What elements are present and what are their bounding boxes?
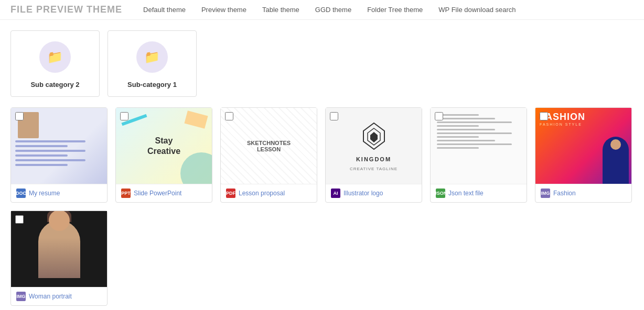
file-thumb-illustrator-logo: KINGDOM CREATIVE TAGLINE <box>326 108 422 184</box>
category-card-sub2[interactable]: 📁 Sub category 2 <box>10 30 100 97</box>
page-title: FILE PREVIEW THEME <box>10 4 122 15</box>
json-line-3 <box>437 121 512 123</box>
thumb-sketch: SKETCHNOTESLESSON <box>221 108 317 184</box>
resume-line-4 <box>15 154 68 157</box>
json-line-5 <box>437 129 495 130</box>
file-type-icon-ai: AI <box>331 189 340 198</box>
file-link-json-text[interactable]: Json text file <box>448 190 484 197</box>
ppt-title-text: StayCreative <box>147 136 180 156</box>
file-thumb-woman-portrait <box>11 211 107 287</box>
thumb-ppt: StayCreative <box>116 108 212 184</box>
file-checkbox-fashion[interactable] <box>540 112 548 120</box>
file-link-woman-portrait[interactable]: Woman portrait <box>29 293 72 300</box>
resume-line-2 <box>15 145 68 147</box>
resume-line-5 <box>15 159 85 161</box>
sketch-title: SKETCHNOTESLESSON <box>247 140 291 152</box>
file-label-fashion: IMG Fashion <box>535 184 631 202</box>
woman-body <box>38 220 80 278</box>
file-link-fashion[interactable]: Fashion <box>553 190 576 197</box>
json-line-10 <box>437 147 479 149</box>
file-checkbox-my-resume[interactable] <box>15 112 24 120</box>
folder-icon-wrap-2: 📁 <box>136 41 168 73</box>
nav-preview-theme[interactable]: Preview theme <box>201 6 246 14</box>
file-type-icon-pptx: PPT <box>121 189 131 198</box>
svg-marker-2 <box>370 132 378 142</box>
category-name-sub1: Sub-category 1 <box>127 81 177 88</box>
file-thumb-slide-ppt: StayCreative <box>116 108 212 184</box>
top-navigation: FILE PREVIEW THEME Default theme Preview… <box>0 0 644 20</box>
thumb-woman <box>11 211 107 287</box>
file-card-slide-ppt[interactable]: StayCreative PPT Slide PowerPoint <box>115 107 212 203</box>
logo-svg <box>358 120 390 152</box>
file-checkbox-illustrator-logo[interactable] <box>330 112 338 120</box>
thumb-fashion: FASHION FASHION STYLE <box>535 108 631 184</box>
file-thumb-json-text <box>431 108 527 184</box>
file-card-illustrator-logo[interactable]: KINGDOM CREATIVE TAGLINE AI Illustrator … <box>325 107 422 203</box>
file-type-icon-docx: DOC <box>16 189 26 198</box>
main-content: 📁 Sub category 2 📁 Sub-category 1 <box>0 20 644 310</box>
file-checkbox-slide-ppt[interactable] <box>120 112 128 120</box>
file-thumb-my-resume <box>11 108 107 184</box>
file-type-icon-json: JSON <box>436 189 445 198</box>
file-card-json-text[interactable]: JSON Json text file <box>430 107 527 203</box>
file-type-icon-img: IMG <box>541 189 550 198</box>
file-link-lesson-proposal[interactable]: Lesson proposal <box>239 190 285 197</box>
category-name-sub2: Sub category 2 <box>30 81 79 88</box>
file-label-my-resume: DOC My resume <box>11 184 107 202</box>
file-link-my-resume[interactable]: My resume <box>29 190 60 197</box>
folder-icon-2: 📁 <box>144 50 160 64</box>
json-line-8 <box>437 140 495 141</box>
category-card-sub1[interactable]: 📁 Sub-category 1 <box>108 30 197 97</box>
file-label-illustrator-logo: AI Illustrator logo <box>326 184 422 202</box>
file-type-icon-pdf: PDF <box>226 189 235 198</box>
thumb-resume <box>11 108 107 184</box>
folder-icon-wrap: 📁 <box>39 41 71 73</box>
json-line-4 <box>437 125 479 127</box>
ppt-rect <box>184 110 208 129</box>
category-row: 📁 Sub category 2 📁 Sub-category 1 <box>10 30 634 97</box>
resume-line-6 <box>15 164 68 166</box>
file-grid: DOC My resume StayCreative PPT Slide Pow… <box>10 107 634 306</box>
nav-table-theme[interactable]: Table theme <box>262 6 299 14</box>
nav-wp-file-download[interactable]: WP File download search <box>438 6 516 14</box>
fashion-figure <box>603 137 629 184</box>
file-card-fashion[interactable]: FASHION FASHION STYLE IMG Fashion <box>535 107 632 203</box>
json-line-2 <box>437 118 495 119</box>
file-card-lesson-proposal[interactable]: SKETCHNOTESLESSON PDF Lesson proposal <box>220 107 317 203</box>
file-checkbox-woman-portrait[interactable] <box>15 215 24 224</box>
file-checkbox-lesson-proposal[interactable] <box>225 112 233 120</box>
nav-default-theme[interactable]: Default theme <box>143 6 186 14</box>
file-link-illustrator-logo[interactable]: Illustrator logo <box>344 190 383 197</box>
json-line-9 <box>437 143 512 145</box>
fashion-subtitle: FASHION STYLE <box>540 123 582 126</box>
file-thumb-fashion: FASHION FASHION STYLE <box>535 108 631 184</box>
thumb-json <box>431 108 527 184</box>
fashion-head <box>610 139 621 150</box>
resume-line-3 <box>15 150 85 152</box>
logo-text-kingdom: KINGDOM <box>356 156 391 162</box>
logo-tagline: CREATIVE TAGLINE <box>350 167 398 171</box>
file-card-woman-portrait[interactable]: IMG Woman portrait <box>10 211 108 306</box>
file-label-json-text: JSON Json text file <box>431 184 527 202</box>
ppt-circle <box>180 152 212 184</box>
file-card-my-resume[interactable]: DOC My resume <box>10 107 108 203</box>
file-type-icon-img-woman: IMG <box>16 292 26 301</box>
nav-ggd-theme[interactable]: GGD theme <box>315 6 351 14</box>
file-link-slide-ppt[interactable]: Slide PowerPoint <box>134 190 181 197</box>
json-line-7 <box>437 136 479 138</box>
file-checkbox-json-text[interactable] <box>435 112 443 120</box>
file-label-woman-portrait: IMG Woman portrait <box>11 287 107 305</box>
folder-icon: 📁 <box>47 50 63 64</box>
resume-line-1 <box>15 140 85 142</box>
file-thumb-lesson-proposal: SKETCHNOTESLESSON <box>221 108 317 184</box>
woman-head <box>49 211 70 231</box>
thumb-logo: KINGDOM CREATIVE TAGLINE <box>326 108 422 184</box>
json-line-6 <box>437 132 512 134</box>
file-label-slide-ppt: PPT Slide PowerPoint <box>116 184 212 202</box>
file-label-lesson-proposal: PDF Lesson proposal <box>221 184 317 202</box>
nav-folder-tree-theme[interactable]: Folder Tree theme <box>367 6 423 14</box>
